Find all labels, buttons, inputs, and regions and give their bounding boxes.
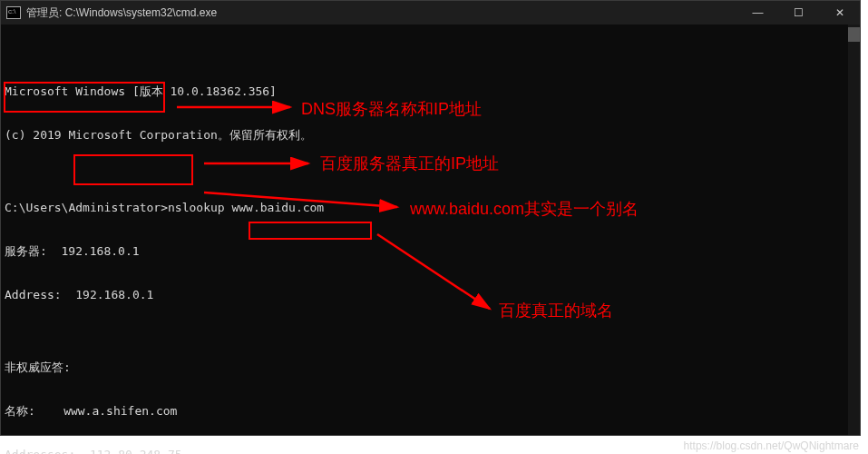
window-controls: — ☐ ✕ bbox=[737, 1, 860, 25]
annotation-baidu-ip: 百度服务器真正的IP地址 bbox=[320, 153, 499, 174]
scrollbar-thumb[interactable] bbox=[848, 27, 860, 42]
terminal-line: Address: 192.168.0.1 bbox=[5, 288, 856, 302]
terminal-line: 名称: www.a.shifen.com bbox=[5, 404, 856, 419]
scrollbar-track[interactable] bbox=[848, 25, 860, 435]
annotation-dns: DNS服务器名称和IP地址 bbox=[301, 98, 482, 120]
watermark-text: https://blog.csdn.net/QwQNightmare bbox=[684, 439, 859, 452]
terminal-line: Microsoft Windows [版本 10.0.18362.356] bbox=[5, 84, 856, 99]
terminal-line: 服务器: 192.168.0.1 bbox=[5, 244, 856, 259]
terminal-line: 非权威应答: bbox=[5, 360, 856, 375]
annotation-real-domain: 百度真正的域名 bbox=[499, 300, 613, 321]
terminal-body[interactable]: Microsoft Windows [版本 10.0.18362.356] (c… bbox=[1, 25, 860, 435]
cmd-icon: c:\ bbox=[6, 6, 21, 19]
minimize-button[interactable]: — bbox=[737, 1, 778, 25]
window-title: 管理员: C:\Windows\system32\cmd.exe bbox=[26, 5, 737, 21]
titlebar[interactable]: c:\ 管理员: C:\Windows\system32\cmd.exe — ☐… bbox=[1, 1, 860, 25]
terminal-line: (c) 2019 Microsoft Corporation。保留所有权利。 bbox=[5, 128, 856, 143]
close-button[interactable]: ✕ bbox=[819, 1, 860, 25]
annotation-alias: www.baidu.com其实是一个别名 bbox=[410, 198, 639, 220]
maximize-button[interactable]: ☐ bbox=[778, 1, 819, 25]
